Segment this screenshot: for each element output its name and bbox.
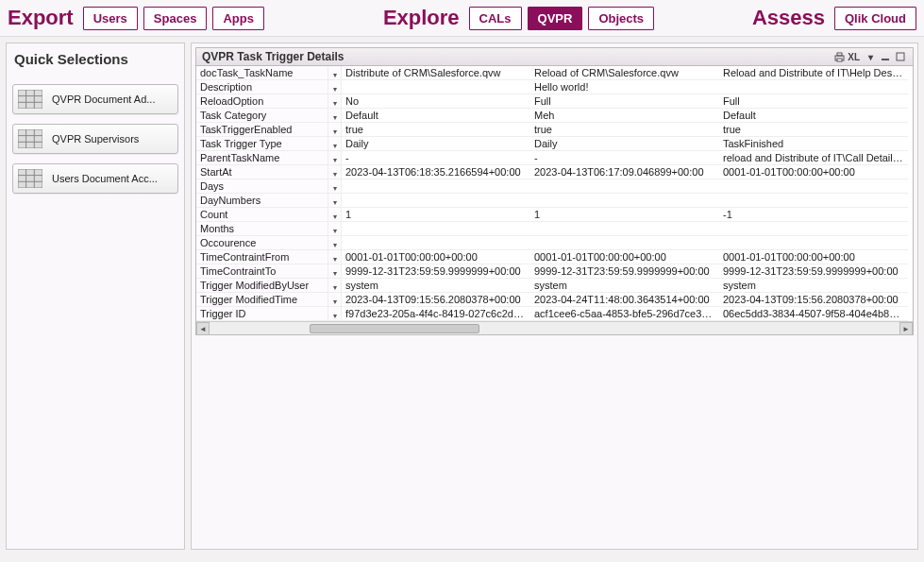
cell[interactable]: Distribute of CRM\Salesforce.qvw (342, 66, 530, 80)
row-dropdown-icon[interactable]: ▾ (328, 165, 342, 179)
cell[interactable]: 1 (530, 208, 719, 222)
cell[interactable]: 2023-04-13T09:15:56.2080378+00:00 (719, 293, 908, 307)
cell[interactable]: Reload and Distribute of IT\Help Desk... (719, 66, 908, 80)
cell[interactable]: -1 (719, 208, 908, 222)
apps-button[interactable]: Apps (212, 7, 264, 30)
row-label: Trigger ModifiedByUser (196, 279, 328, 293)
row-label: docTask_TaskName (196, 66, 328, 80)
row-dropdown-icon[interactable]: ▾ (328, 307, 342, 321)
row-dropdown-icon[interactable]: ▾ (328, 208, 342, 222)
row-dropdown-icon[interactable]: ▾ (328, 80, 342, 94)
objects-button[interactable]: Objects (588, 7, 654, 30)
cell[interactable]: Default (342, 109, 530, 123)
cell[interactable]: 0001-01-01T00:00:00+00:00 (530, 250, 719, 264)
qvpr-task-trigger-panel: QVPR Task Trigger Details XL ▾ docTask_T… (195, 47, 914, 335)
cell[interactable]: 2023-04-13T09:15:56.2080378+00:00 (342, 293, 530, 307)
cell[interactable] (342, 179, 530, 194)
cell[interactable] (719, 80, 908, 94)
cell[interactable]: Full (719, 94, 908, 109)
row-label: Task Category (196, 109, 328, 123)
chevron-down-icon[interactable]: ▾ (864, 50, 877, 63)
cell[interactable]: Daily (530, 137, 719, 151)
cell[interactable]: 2023-04-13T06:17:09.046899+00:00 (530, 165, 719, 179)
cell[interactable] (530, 236, 719, 250)
cell[interactable] (530, 222, 719, 236)
minimize-icon[interactable] (879, 50, 892, 63)
qvpr-button[interactable]: QVPR (528, 7, 583, 30)
cell[interactable] (530, 179, 719, 194)
cell[interactable]: Full (530, 94, 719, 109)
row-dropdown-icon[interactable]: ▾ (328, 222, 342, 236)
cell[interactable]: 06ec5dd3-3834-4507-9f58-404e4b8298fc (719, 307, 908, 321)
row-dropdown-icon[interactable]: ▾ (328, 137, 342, 151)
cell[interactable]: Meh (530, 109, 719, 123)
row-dropdown-icon[interactable]: ▾ (328, 94, 342, 109)
row-dropdown-icon[interactable]: ▾ (328, 66, 342, 80)
cell[interactable]: Default (719, 109, 908, 123)
maximize-icon[interactable] (894, 50, 907, 63)
row-dropdown-icon[interactable]: ▾ (328, 264, 342, 279)
scroll-right-icon[interactable]: ► (899, 322, 913, 335)
row-dropdown-icon[interactable]: ▾ (328, 236, 342, 250)
cell[interactable] (342, 194, 530, 208)
xl-export-button[interactable]: XL (846, 52, 862, 62)
cell[interactable]: system (530, 279, 719, 293)
cell[interactable] (530, 194, 719, 208)
cell[interactable]: - (530, 151, 719, 165)
row-dropdown-icon[interactable]: ▾ (328, 293, 342, 307)
row-label: Days (196, 179, 328, 194)
cell[interactable]: true (719, 123, 908, 137)
quick-selection-users-document-acc[interactable]: Users Document Acc... (12, 163, 178, 194)
cell[interactable]: system (719, 279, 908, 293)
cell[interactable]: Hello world! (530, 80, 719, 94)
scroll-left-icon[interactable]: ◄ (196, 322, 210, 335)
cell[interactable]: 1 (342, 208, 530, 222)
row-label: Trigger ID (196, 307, 328, 321)
cell[interactable] (719, 222, 908, 236)
quick-selection-qvpr-document-ad[interactable]: QVPR Document Ad... (12, 84, 178, 114)
cell[interactable]: 2023-04-13T06:18:35.2166594+00:00 (342, 165, 530, 179)
cell[interactable]: 9999-12-31T23:59:59.9999999+00:00 (530, 264, 719, 279)
cell[interactable] (342, 236, 530, 250)
cell[interactable] (719, 236, 908, 250)
qlik-cloud-button[interactable]: Qlik Cloud (834, 7, 916, 30)
cell[interactable]: - (342, 151, 530, 165)
cell[interactable]: 2023-04-24T11:48:00.3643514+00:00 (530, 293, 719, 307)
cell[interactable]: reload and Distribute of IT\Call Detail … (719, 151, 908, 165)
spaces-button[interactable]: Spaces (143, 7, 208, 30)
row-label: Description (196, 80, 328, 94)
quick-selection-qvpr-supervisors[interactable]: QVPR Supervisors (12, 124, 178, 154)
row-dropdown-icon[interactable]: ▾ (328, 250, 342, 264)
row-dropdown-icon[interactable]: ▾ (328, 279, 342, 293)
cell[interactable] (342, 80, 530, 94)
cell[interactable]: 9999-12-31T23:59:59.9999999+00:00 (342, 264, 530, 279)
row-label: ReloadOption (196, 94, 328, 109)
cell[interactable]: 0001-01-01T00:00:00+00:00 (719, 165, 908, 179)
cell[interactable]: 0001-01-01T00:00:00+00:00 (342, 250, 530, 264)
cell[interactable]: Daily (342, 137, 530, 151)
cell[interactable]: f97d3e23-205a-4f4c-8419-027c6c2d3cae (342, 307, 530, 321)
horizontal-scrollbar[interactable]: ◄ ► (196, 321, 913, 334)
print-icon[interactable] (832, 50, 846, 63)
row-dropdown-icon[interactable]: ▾ (328, 179, 342, 194)
users-button[interactable]: Users (83, 7, 138, 30)
row-dropdown-icon[interactable]: ▾ (328, 151, 342, 165)
cell[interactable] (719, 194, 908, 208)
cell[interactable]: TaskFinished (719, 137, 908, 151)
cell[interactable]: true (530, 123, 719, 137)
row-dropdown-icon[interactable]: ▾ (328, 109, 342, 123)
row-dropdown-icon[interactable]: ▾ (328, 123, 342, 137)
panel-title: QVPR Task Trigger Details (202, 50, 344, 63)
cell[interactable]: 0001-01-01T00:00:00+00:00 (719, 250, 908, 264)
cell[interactable]: No (342, 94, 530, 109)
cals-button[interactable]: CALs (469, 7, 522, 30)
scroll-thumb[interactable] (310, 324, 479, 333)
cell[interactable]: acf1cee6-c5aa-4853-bfe5-296d7ce35cd6 (530, 307, 719, 321)
row-dropdown-icon[interactable]: ▾ (328, 194, 342, 208)
cell[interactable] (342, 222, 530, 236)
cell[interactable]: true (342, 123, 530, 137)
cell[interactable]: system (342, 279, 530, 293)
cell[interactable]: Reload of CRM\Salesforce.qvw (530, 66, 719, 80)
cell[interactable] (719, 179, 908, 194)
cell[interactable]: 9999-12-31T23:59:59.9999999+00:00 (719, 264, 908, 279)
